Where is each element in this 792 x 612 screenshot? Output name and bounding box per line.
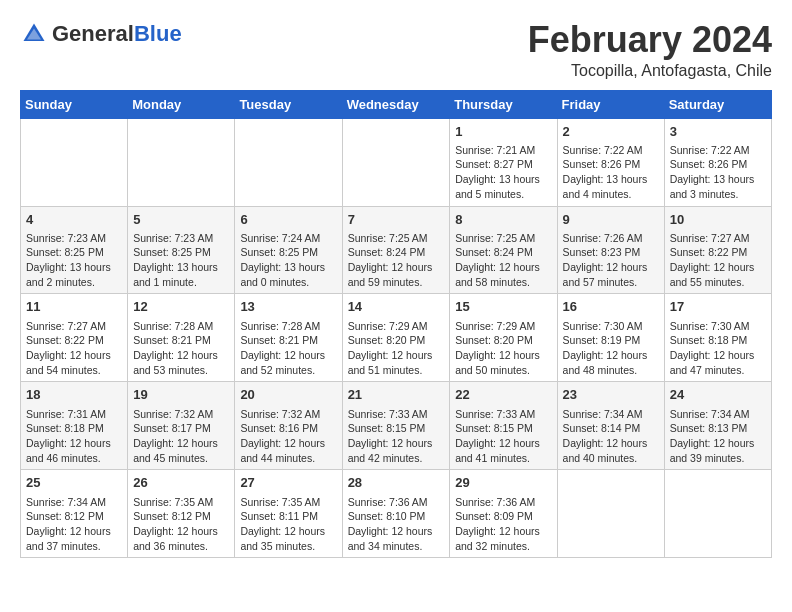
day-number: 8	[455, 211, 551, 229]
calendar-cell-w2-d7: 10Sunrise: 7:27 AM Sunset: 8:22 PM Dayli…	[664, 206, 771, 294]
week-row-1: 1Sunrise: 7:21 AM Sunset: 8:27 PM Daylig…	[21, 118, 772, 206]
day-info: Sunrise: 7:33 AM Sunset: 8:15 PM Dayligh…	[455, 407, 551, 466]
logo-blue: Blue	[134, 21, 182, 46]
col-wednesday: Wednesday	[342, 90, 450, 118]
calendar-cell-w1-d1	[21, 118, 128, 206]
logo-icon	[20, 20, 48, 48]
calendar-cell-w1-d5: 1Sunrise: 7:21 AM Sunset: 8:27 PM Daylig…	[450, 118, 557, 206]
calendar-cell-w1-d4	[342, 118, 450, 206]
day-info: Sunrise: 7:28 AM Sunset: 8:21 PM Dayligh…	[240, 319, 336, 378]
day-info: Sunrise: 7:34 AM Sunset: 8:13 PM Dayligh…	[670, 407, 766, 466]
calendar-cell-w4-d4: 21Sunrise: 7:33 AM Sunset: 8:15 PM Dayli…	[342, 382, 450, 470]
calendar-cell-w4-d2: 19Sunrise: 7:32 AM Sunset: 8:17 PM Dayli…	[128, 382, 235, 470]
col-tuesday: Tuesday	[235, 90, 342, 118]
calendar-cell-w3-d2: 12Sunrise: 7:28 AM Sunset: 8:21 PM Dayli…	[128, 294, 235, 382]
day-info: Sunrise: 7:34 AM Sunset: 8:12 PM Dayligh…	[26, 495, 122, 554]
day-number: 11	[26, 298, 122, 316]
day-info: Sunrise: 7:21 AM Sunset: 8:27 PM Dayligh…	[455, 143, 551, 202]
calendar-cell-w4-d3: 20Sunrise: 7:32 AM Sunset: 8:16 PM Dayli…	[235, 382, 342, 470]
calendar-cell-w2-d6: 9Sunrise: 7:26 AM Sunset: 8:23 PM Daylig…	[557, 206, 664, 294]
day-number: 21	[348, 386, 445, 404]
day-info: Sunrise: 7:23 AM Sunset: 8:25 PM Dayligh…	[133, 231, 229, 290]
day-info: Sunrise: 7:35 AM Sunset: 8:11 PM Dayligh…	[240, 495, 336, 554]
calendar-cell-w2-d5: 8Sunrise: 7:25 AM Sunset: 8:24 PM Daylig…	[450, 206, 557, 294]
day-info: Sunrise: 7:31 AM Sunset: 8:18 PM Dayligh…	[26, 407, 122, 466]
calendar-cell-w3-d3: 13Sunrise: 7:28 AM Sunset: 8:21 PM Dayli…	[235, 294, 342, 382]
calendar-cell-w5-d6	[557, 470, 664, 558]
day-info: Sunrise: 7:23 AM Sunset: 8:25 PM Dayligh…	[26, 231, 122, 290]
calendar-cell-w5-d5: 29Sunrise: 7:36 AM Sunset: 8:09 PM Dayli…	[450, 470, 557, 558]
day-number: 4	[26, 211, 122, 229]
day-number: 20	[240, 386, 336, 404]
day-number: 3	[670, 123, 766, 141]
calendar-table: Sunday Monday Tuesday Wednesday Thursday…	[20, 90, 772, 559]
day-number: 27	[240, 474, 336, 492]
day-number: 6	[240, 211, 336, 229]
calendar-cell-w3-d1: 11Sunrise: 7:27 AM Sunset: 8:22 PM Dayli…	[21, 294, 128, 382]
day-number: 22	[455, 386, 551, 404]
day-info: Sunrise: 7:22 AM Sunset: 8:26 PM Dayligh…	[563, 143, 659, 202]
calendar-cell-w3-d7: 17Sunrise: 7:30 AM Sunset: 8:18 PM Dayli…	[664, 294, 771, 382]
day-info: Sunrise: 7:32 AM Sunset: 8:16 PM Dayligh…	[240, 407, 336, 466]
logo-text: GeneralBlue	[52, 21, 182, 47]
calendar-cell-w2-d3: 6Sunrise: 7:24 AM Sunset: 8:25 PM Daylig…	[235, 206, 342, 294]
day-number: 12	[133, 298, 229, 316]
day-info: Sunrise: 7:25 AM Sunset: 8:24 PM Dayligh…	[348, 231, 445, 290]
day-number: 10	[670, 211, 766, 229]
day-info: Sunrise: 7:27 AM Sunset: 8:22 PM Dayligh…	[26, 319, 122, 378]
day-info: Sunrise: 7:28 AM Sunset: 8:21 PM Dayligh…	[133, 319, 229, 378]
calendar-header-row: Sunday Monday Tuesday Wednesday Thursday…	[21, 90, 772, 118]
day-info: Sunrise: 7:29 AM Sunset: 8:20 PM Dayligh…	[455, 319, 551, 378]
calendar-cell-w5-d7	[664, 470, 771, 558]
calendar-cell-w2-d2: 5Sunrise: 7:23 AM Sunset: 8:25 PM Daylig…	[128, 206, 235, 294]
day-number: 15	[455, 298, 551, 316]
day-number: 23	[563, 386, 659, 404]
calendar-cell-w1-d2	[128, 118, 235, 206]
day-number: 9	[563, 211, 659, 229]
location-subtitle: Tocopilla, Antofagasta, Chile	[528, 62, 772, 80]
calendar-cell-w3-d5: 15Sunrise: 7:29 AM Sunset: 8:20 PM Dayli…	[450, 294, 557, 382]
calendar-cell-w3-d4: 14Sunrise: 7:29 AM Sunset: 8:20 PM Dayli…	[342, 294, 450, 382]
day-number: 16	[563, 298, 659, 316]
day-info: Sunrise: 7:32 AM Sunset: 8:17 PM Dayligh…	[133, 407, 229, 466]
day-info: Sunrise: 7:29 AM Sunset: 8:20 PM Dayligh…	[348, 319, 445, 378]
day-number: 26	[133, 474, 229, 492]
day-info: Sunrise: 7:22 AM Sunset: 8:26 PM Dayligh…	[670, 143, 766, 202]
day-number: 13	[240, 298, 336, 316]
calendar-cell-w1-d6: 2Sunrise: 7:22 AM Sunset: 8:26 PM Daylig…	[557, 118, 664, 206]
calendar-cell-w4-d1: 18Sunrise: 7:31 AM Sunset: 8:18 PM Dayli…	[21, 382, 128, 470]
day-info: Sunrise: 7:34 AM Sunset: 8:14 PM Dayligh…	[563, 407, 659, 466]
logo: GeneralBlue	[20, 20, 182, 48]
col-saturday: Saturday	[664, 90, 771, 118]
calendar-cell-w2-d4: 7Sunrise: 7:25 AM Sunset: 8:24 PM Daylig…	[342, 206, 450, 294]
day-number: 28	[348, 474, 445, 492]
day-number: 1	[455, 123, 551, 141]
week-row-4: 18Sunrise: 7:31 AM Sunset: 8:18 PM Dayli…	[21, 382, 772, 470]
day-number: 7	[348, 211, 445, 229]
day-info: Sunrise: 7:30 AM Sunset: 8:19 PM Dayligh…	[563, 319, 659, 378]
day-number: 17	[670, 298, 766, 316]
calendar-cell-w5-d4: 28Sunrise: 7:36 AM Sunset: 8:10 PM Dayli…	[342, 470, 450, 558]
day-info: Sunrise: 7:25 AM Sunset: 8:24 PM Dayligh…	[455, 231, 551, 290]
week-row-5: 25Sunrise: 7:34 AM Sunset: 8:12 PM Dayli…	[21, 470, 772, 558]
day-number: 14	[348, 298, 445, 316]
day-info: Sunrise: 7:33 AM Sunset: 8:15 PM Dayligh…	[348, 407, 445, 466]
calendar-cell-w5-d3: 27Sunrise: 7:35 AM Sunset: 8:11 PM Dayli…	[235, 470, 342, 558]
day-number: 25	[26, 474, 122, 492]
week-row-3: 11Sunrise: 7:27 AM Sunset: 8:22 PM Dayli…	[21, 294, 772, 382]
col-friday: Friday	[557, 90, 664, 118]
day-number: 29	[455, 474, 551, 492]
page-header: GeneralBlue February 2024 Tocopilla, Ant…	[20, 20, 772, 80]
month-year-title: February 2024	[528, 20, 772, 60]
day-info: Sunrise: 7:36 AM Sunset: 8:09 PM Dayligh…	[455, 495, 551, 554]
logo-general: General	[52, 21, 134, 46]
day-number: 24	[670, 386, 766, 404]
day-info: Sunrise: 7:35 AM Sunset: 8:12 PM Dayligh…	[133, 495, 229, 554]
calendar-cell-w1-d7: 3Sunrise: 7:22 AM Sunset: 8:26 PM Daylig…	[664, 118, 771, 206]
day-info: Sunrise: 7:27 AM Sunset: 8:22 PM Dayligh…	[670, 231, 766, 290]
calendar-cell-w4-d6: 23Sunrise: 7:34 AM Sunset: 8:14 PM Dayli…	[557, 382, 664, 470]
day-info: Sunrise: 7:30 AM Sunset: 8:18 PM Dayligh…	[670, 319, 766, 378]
day-number: 2	[563, 123, 659, 141]
calendar-cell-w5-d1: 25Sunrise: 7:34 AM Sunset: 8:12 PM Dayli…	[21, 470, 128, 558]
calendar-cell-w2-d1: 4Sunrise: 7:23 AM Sunset: 8:25 PM Daylig…	[21, 206, 128, 294]
